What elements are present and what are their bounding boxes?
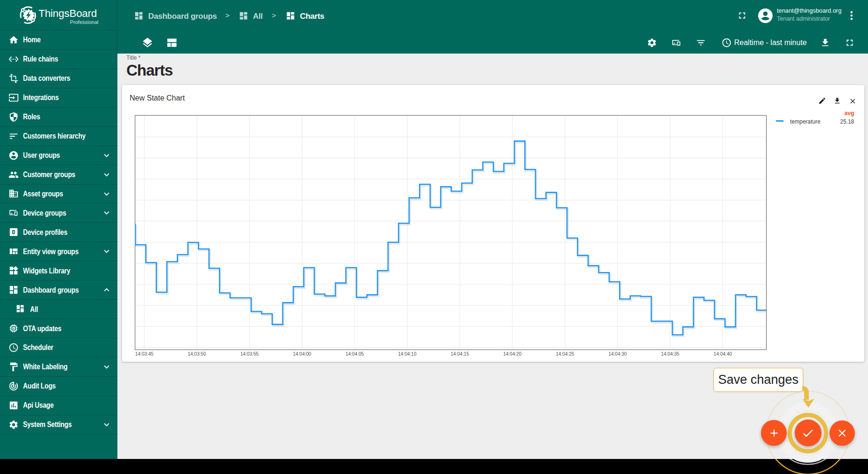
svg-text:14:04:15: 14:04:15 — [451, 351, 469, 357]
svg-text:14:04:20: 14:04:20 — [503, 351, 521, 357]
svg-text:14:04:30: 14:04:30 — [608, 351, 627, 357]
svg-text:14:04:25: 14:04:25 — [556, 351, 574, 357]
svg-text:14:04:35: 14:04:35 — [661, 351, 679, 357]
svg-text:14:04:00: 14:04:00 — [293, 351, 311, 357]
svg-text:14:04:10: 14:04:10 — [398, 351, 417, 357]
svg-text:14:04:40: 14:04:40 — [713, 351, 732, 357]
svg-text:14:04:05: 14:04:05 — [346, 351, 364, 357]
svg-text:14:03:45: 14:03:45 — [135, 351, 154, 357]
svg-text:14:03:50: 14:03:50 — [188, 351, 206, 357]
svg-text:14:03:55: 14:03:55 — [240, 351, 259, 357]
